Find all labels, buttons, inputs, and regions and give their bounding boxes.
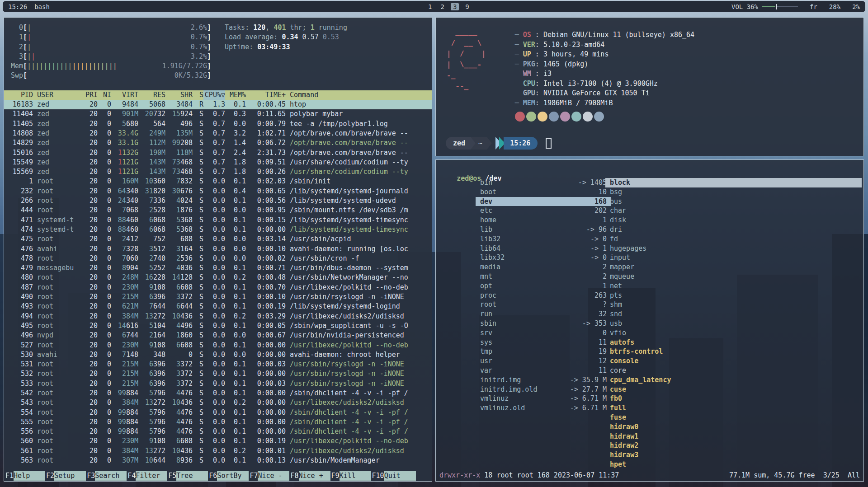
column-header-RES[interactable]: RES xyxy=(138,90,165,100)
workspace-3[interactable]: 3 xyxy=(451,3,459,10)
column-header-SHR[interactable]: SHR xyxy=(165,90,193,100)
fm-right-item-hidraw2[interactable]: hidraw2 xyxy=(605,441,862,450)
column-header-PRI[interactable]: PRI xyxy=(80,90,98,100)
process-row[interactable]: 444root200706825281876S0.00.00:00.95/sbi… xyxy=(4,206,432,215)
column-header-USER[interactable]: USER xyxy=(33,90,80,100)
process-row[interactable]: 1root200160M103607832S0.00.10:02.03/sbin… xyxy=(4,177,432,186)
process-row[interactable]: 490root200215M63963372S0.00.10:00.10/usr… xyxy=(4,292,432,302)
fkey-F7[interactable]: F7Nice - xyxy=(249,471,289,481)
process-row[interactable]: 479messagebu200890452524036S0.00.10:00.7… xyxy=(4,263,432,273)
process-row[interactable]: 14808zed20033.4G249M135MS0.73.21:02.71/o… xyxy=(4,129,432,138)
fm-left-item-run[interactable]: run32 xyxy=(476,309,611,319)
process-table-header[interactable]: PIDUSERPRINIVIRTRESSHRSCPU%▽MEM%TIME+Com… xyxy=(4,90,432,100)
process-row[interactable]: 232root200643403182030676S0.00.40:00.65/… xyxy=(4,187,432,196)
process-row[interactable]: 556root2009988457964476S0.00.10:00.00/sb… xyxy=(4,427,432,436)
column-header-S[interactable]: S xyxy=(193,90,203,100)
fm-right-item-vfio[interactable]: vfio xyxy=(605,328,862,338)
process-row[interactable]: 15549zed2001121G143M73468S0.71.80:09.51/… xyxy=(4,158,432,167)
fm-left-item-bin[interactable]: bin-> 1405 xyxy=(476,178,611,187)
column-header-PID[interactable]: PID xyxy=(4,90,33,100)
fm-right-item-hpet[interactable]: hpet xyxy=(605,460,862,469)
fm-left-item-root[interactable]: root? xyxy=(476,300,611,309)
fm-right-item-btrfs-control[interactable]: btrfs-control xyxy=(605,347,862,356)
fm-left-item-etc[interactable]: etc202 xyxy=(476,206,611,215)
fm-right-item-dri[interactable]: dri xyxy=(605,225,862,234)
process-row[interactable]: 15569zed2001121G143M73468S0.71.80:00.26/… xyxy=(4,167,432,177)
fkey-F3[interactable]: F3Search xyxy=(86,471,127,481)
fm-right-item-cuse[interactable]: cuse xyxy=(605,385,862,394)
fm-right-item-full[interactable]: full xyxy=(605,403,862,413)
process-row[interactable]: 532root200215M63963372S0.00.10:00.00/usr… xyxy=(4,369,432,379)
fkey-F9[interactable]: F9Kill xyxy=(330,471,371,481)
fm-right-item-mapper[interactable]: mapper xyxy=(605,262,862,272)
keyboard-layout[interactable]: fr xyxy=(810,3,817,10)
fm-right-item-bsg[interactable]: bsg xyxy=(605,187,862,197)
fm-right-item-core[interactable]: core xyxy=(605,366,862,375)
fm-right-item-hidraw3[interactable]: hidraw3 xyxy=(605,450,862,460)
fm-right-item-disk[interactable]: disk xyxy=(605,215,862,225)
fm-left-item-proc[interactable]: proc263 xyxy=(476,291,611,300)
process-row[interactable]: 475root2002412752688S0.00.00:03.14/usr/s… xyxy=(4,234,432,244)
process-row[interactable]: 561root200384M1327210436S0.00.20:00.01/u… xyxy=(4,446,432,456)
process-row[interactable]: 480root200248M1622814128S0.00.20:00.48/u… xyxy=(4,273,432,282)
fm-right-item-console[interactable]: console xyxy=(605,356,862,366)
process-row[interactable]: 494root200384M1327210436S0.00.20:03.29/u… xyxy=(4,312,432,321)
fkey-F2[interactable]: F2Setup xyxy=(45,471,86,481)
process-row[interactable]: 555root2009988457964476S0.00.10:00.00/sb… xyxy=(4,417,432,427)
volume-slider[interactable] xyxy=(762,4,798,9)
process-row[interactable]: 266root2002434073364024S0.00.10:00.56/li… xyxy=(4,196,432,206)
fm-right-item-fd[interactable]: fd xyxy=(605,234,862,244)
fm-right-item-bus[interactable]: bus xyxy=(605,197,862,206)
process-row[interactable]: 16183zed200948450683484R1.30.10:00.45hto… xyxy=(4,100,432,109)
fkey-F5[interactable]: F5Tree xyxy=(167,471,208,481)
process-row[interactable]: 527root200230M91086608S0.00.10:00.00/usr… xyxy=(4,341,432,350)
fm-right-item-hidraw1[interactable]: hidraw1 xyxy=(605,432,862,441)
process-row[interactable]: 487root200230M91086608S0.00.10:00.70/usr… xyxy=(4,283,432,292)
fm-right-item-pts[interactable]: pts xyxy=(605,291,862,300)
fm-left-item-sys[interactable]: sys11 xyxy=(476,338,611,347)
process-row[interactable]: 533root200215M63963372S0.00.10:00.03/usr… xyxy=(4,379,432,389)
fm-left-item-vmlinuz[interactable]: vmlinuz-> 6.71 M xyxy=(476,394,611,403)
fm-left-item-mnt[interactable]: mnt2 xyxy=(476,272,611,281)
fkey-F4[interactable]: F4Filter xyxy=(127,471,167,481)
fm-right-item-fb0[interactable]: fb0 xyxy=(605,394,862,403)
column-header-MEM%[interactable]: MEM% xyxy=(225,90,246,100)
fm-right-item-usb[interactable]: usb xyxy=(605,319,862,328)
workspace-1[interactable]: 1 xyxy=(426,3,434,10)
workspace-9[interactable]: 9 xyxy=(463,3,471,10)
process-row[interactable]: 543root200384M1327210436S0.00.20:00.00/u… xyxy=(4,398,432,407)
fm-left-item-lib64[interactable]: lib64-> 1 xyxy=(476,244,611,253)
fm-right-item-block[interactable]: block xyxy=(605,178,862,187)
process-row[interactable]: 530avahi20071483480S0.00.00:00.00avahi-d… xyxy=(4,350,432,360)
fm-right-item-autofs[interactable]: autofs xyxy=(605,338,862,347)
fm-left-item-lib[interactable]: lib-> 96 xyxy=(476,225,611,234)
fm-right-item-mqueue[interactable]: mqueue xyxy=(605,272,862,281)
fm-left-item-media[interactable]: media2 xyxy=(476,262,611,272)
process-row[interactable]: 563root200307M106448936S0.00.10:00.13/us… xyxy=(4,456,432,465)
fm-right-item-hugepages[interactable]: hugepages xyxy=(605,244,862,253)
fm-left-item-home[interactable]: home1 xyxy=(476,215,611,225)
process-row[interactable]: 11405zed2005680564496S0.70.00:00.79tee -… xyxy=(4,119,432,129)
process-row[interactable]: 471systemd-t2008846060685368S0.00.10:00.… xyxy=(4,215,432,225)
process-row[interactable]: 531root200215M63963372S0.00.10:00.03/usr… xyxy=(4,360,432,369)
fm-left-item-vmlinuz.old[interactable]: vmlinuz.old-> 6.71 M xyxy=(476,403,611,413)
fm-left-item-tmp[interactable]: tmp19 xyxy=(476,347,611,356)
workspace-2[interactable]: 2 xyxy=(438,3,446,10)
fm-left-item-libx32[interactable]: libx32-> 0 xyxy=(476,253,611,262)
column-header-TIME+[interactable]: TIME+ xyxy=(246,90,286,100)
process-row[interactable]: 15016zed2001132G190M118MS0.72.42:31.73/o… xyxy=(4,148,432,158)
fm-left-item-opt[interactable]: opt1 xyxy=(476,281,611,291)
process-row[interactable]: 493root200621M76446644S0.00.10:00.19/lib… xyxy=(4,302,432,311)
fm-left-item-srv[interactable]: srv0 xyxy=(476,328,611,338)
fkey-F8[interactable]: F8Nice + xyxy=(289,471,330,481)
fm-left-item-lib32[interactable]: lib32-> 0 xyxy=(476,234,611,244)
fm-left-item-boot[interactable]: boot10 xyxy=(476,187,611,197)
fm-right-item-cpu_dma_latency[interactable]: cpu_dma_latency xyxy=(605,375,862,385)
fm-right-item-shm[interactable]: shm xyxy=(605,300,862,309)
fkey-F1[interactable]: F1Help xyxy=(5,471,45,481)
column-header-Command[interactable]: Command xyxy=(286,90,432,100)
column-header-NI[interactable]: NI xyxy=(98,90,111,100)
process-row[interactable]: 478root200706027402536S0.00.00:00.02/usr… xyxy=(4,254,432,263)
fm-left-item-var[interactable]: var11 xyxy=(476,366,611,375)
volume-slider-thumb[interactable] xyxy=(776,4,777,9)
